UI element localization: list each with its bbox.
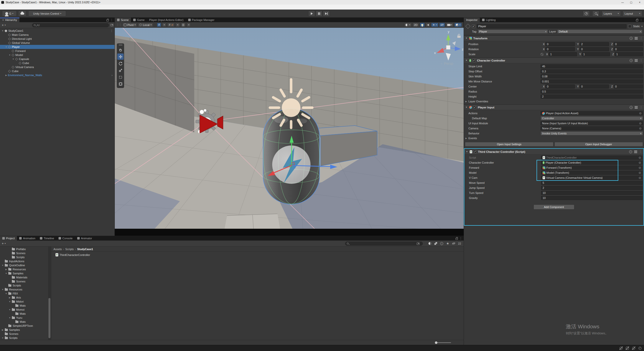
snap-increment-dropdown[interactable]: ▾ <box>176 23 180 27</box>
project-folder[interactable]: InputActions <box>0 259 51 263</box>
object-field[interactable]: Forward (Transform)⊙ <box>541 166 642 170</box>
dropdown-field[interactable]: Controller▾ <box>541 116 643 120</box>
help-icon[interactable]: ? <box>630 37 633 40</box>
gizmos-dropdown[interactable]: ▾ <box>454 23 462 27</box>
project-folder[interactable]: ▼ Yuzu <box>0 316 51 320</box>
close-button[interactable]: × <box>635 0 644 5</box>
pivot-toggle[interactable]: Pivot▾ <box>122 23 137 27</box>
help-icon[interactable]: ? <box>629 150 632 153</box>
hierarchy-item[interactable]: ▼ Player <box>0 45 115 49</box>
preset-icon[interactable] <box>635 59 638 62</box>
component-menu-icon[interactable]: ⋮ <box>640 59 642 62</box>
bottom-tab[interactable]: Console <box>56 236 75 241</box>
scene-view-tab[interactable]: Game <box>131 18 147 22</box>
axis-value-field[interactable]: 1 <box>582 52 610 56</box>
object-field[interactable]: Player (Input Action Asset)⊙ <box>541 111 643 115</box>
breadcrumb-item[interactable]: Assets <box>53 248 62 251</box>
component-enabled-checkbox[interactable] <box>473 106 477 109</box>
persp-label[interactable]: Persp <box>444 62 453 66</box>
help-icon[interactable]: ? <box>630 59 633 62</box>
play-button[interactable] <box>308 11 315 16</box>
value-field[interactable]: 0.5 <box>541 90 643 94</box>
project-folder[interactable]: Mats <box>0 304 51 308</box>
value-field[interactable]: 45 <box>541 64 643 68</box>
object-picker-icon[interactable]: ⊙ <box>639 122 641 125</box>
project-folder[interactable]: Scripts <box>0 283 51 287</box>
search-button[interactable] <box>592 11 599 16</box>
axis-value-field[interactable]: 0 <box>545 84 575 89</box>
snap-increment-button[interactable]: #↺ <box>167 23 175 27</box>
scene-view-tab[interactable]: Player (Input Actions Editor) <box>147 18 186 22</box>
hierarchy-item[interactable]: Global Volume <box>0 41 115 45</box>
thumbnail-size-slider[interactable] <box>435 342 451 343</box>
hidden-objects-toggle[interactable] <box>439 23 445 27</box>
axis-value-field[interactable]: 0 <box>614 42 643 46</box>
component-menu-icon[interactable]: ⋮ <box>640 37 642 40</box>
value-field[interactable]: 0.3 <box>541 69 643 73</box>
hierarchy-item[interactable]: ▼ StudyCase1 ⋮ <box>0 29 115 33</box>
breadcrumb-item[interactable]: StudyCase1 <box>77 248 93 251</box>
grid-snapping-dropdown[interactable]: ▾ <box>162 23 166 27</box>
axis-value-field[interactable]: 0 <box>614 47 643 51</box>
activity-ok-icon[interactable]: ✓ <box>638 346 642 350</box>
axis-value-field[interactable]: 0 <box>545 42 575 46</box>
hierarchy-search-input[interactable] <box>32 23 109 27</box>
open-input-button[interactable]: Open Input Debugger <box>554 142 643 147</box>
add-gameobject-button[interactable]: + <box>0 23 5 27</box>
gameobject-cube-icon[interactable] <box>465 24 470 29</box>
value-field[interactable]: 2 <box>541 95 643 99</box>
object-field[interactable]: None (Camera)⊙ <box>541 126 643 130</box>
axis-value-field[interactable]: 0 <box>614 84 643 89</box>
view-hand-tool[interactable] <box>117 47 124 53</box>
search-by-type-icon[interactable] <box>429 242 431 245</box>
open-input-button[interactable]: Open Input Settings <box>465 142 553 147</box>
preset-icon[interactable] <box>635 37 638 40</box>
bottom-tab[interactable]: Project <box>0 236 17 241</box>
project-folder[interactable]: SimpleURPToon <box>0 324 51 328</box>
object-field[interactable]: None (Input System UI Input Module)⊙ <box>541 121 643 125</box>
component-enabled-checkbox[interactable] <box>472 59 476 62</box>
object-picker-icon[interactable]: ⊙ <box>639 166 641 169</box>
project-menu-icon[interactable]: ⋮ <box>459 237 462 240</box>
inspector-lock-icon[interactable] <box>636 20 638 21</box>
effects-dropdown[interactable]: ▾ <box>431 23 438 27</box>
hierarchy-item[interactable]: Main Camera <box>0 33 115 37</box>
axis-value-field[interactable]: 0 <box>545 47 575 51</box>
shading-mode-dropdown[interactable]: ▾ <box>404 23 412 27</box>
scale-tool[interactable] <box>117 67 124 73</box>
value-field[interactable]: 2 <box>541 186 642 190</box>
project-folder[interactable]: ▼ Momoi <box>0 308 51 312</box>
bottom-tab[interactable]: Animator <box>75 236 94 241</box>
favorites-star-icon[interactable]: ★ <box>446 242 449 245</box>
cloud-button[interactable] <box>18 11 26 16</box>
project-folder[interactable]: ▼ Scripts <box>0 336 51 340</box>
hierarchy-item[interactable]: ▼ Model <box>0 53 115 57</box>
object-field[interactable]: #Virtual Camera (Cinemachine Virtual Cam… <box>541 176 642 180</box>
camera-settings-dropdown[interactable]: ▾ <box>446 23 454 27</box>
component-header[interactable]: ▼Player Input?⋮ <box>464 105 644 110</box>
axis-value-field[interactable]: 0 <box>580 84 609 89</box>
drag-handle[interactable] <box>119 45 122 45</box>
name-field[interactable]: Player <box>477 24 627 28</box>
object-picker-icon[interactable]: ⊙ <box>639 127 641 130</box>
object-field[interactable]: Player (Character Controller)⊙ <box>541 161 642 165</box>
scene-lighting-toggle[interactable] <box>420 23 425 27</box>
foldout-row[interactable]: ▶Layer Overrides <box>464 99 644 104</box>
layers-dropdown[interactable]: Layers▾ <box>602 11 621 16</box>
add-asset-button[interactable]: + <box>0 242 5 245</box>
value-field[interactable]: 10 <box>541 196 642 200</box>
project-search-input[interactable] <box>345 242 423 246</box>
notifications-muted-icon[interactable] <box>632 346 636 350</box>
open-search-window-icon[interactable] <box>417 243 419 245</box>
project-folder[interactable]: Scenes <box>0 279 51 283</box>
scene-picker-icon[interactable] <box>110 24 113 26</box>
project-folder[interactable]: ▼ Midori <box>0 300 51 304</box>
preset-icon[interactable] <box>634 151 637 153</box>
scene-viewport[interactable]: y x z ‹ Persp <box>115 28 463 236</box>
grid-snapping-button[interactable]: # <box>157 23 161 27</box>
link-scale-icon[interactable] <box>541 53 543 56</box>
asset-file[interactable]: # ThirdCharacterController <box>55 253 464 256</box>
version-control-button[interactable]: Unity Version Control▾ <box>28 11 66 16</box>
bottom-tab[interactable]: Animation <box>17 236 38 241</box>
lock-icon[interactable] <box>106 20 109 21</box>
